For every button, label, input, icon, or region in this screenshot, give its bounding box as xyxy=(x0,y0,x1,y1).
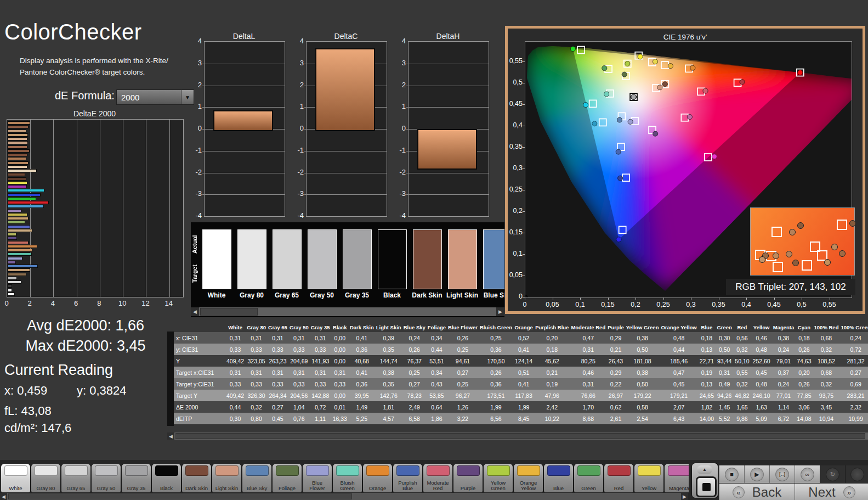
scroll-left-icon[interactable]: ◀ xyxy=(0,493,7,500)
stop-button[interactable]: ■ xyxy=(719,465,744,483)
deltae-bar xyxy=(8,229,32,232)
color-button-white[interactable]: White xyxy=(1,464,30,492)
stop-icon: ■ xyxy=(725,468,739,481)
loop-button[interactable]: ∞ xyxy=(795,465,820,483)
color-button-label: White xyxy=(9,486,22,491)
page-title: ColorChecker xyxy=(4,20,142,44)
color-button-moderate-red[interactable]: Moderate Red xyxy=(423,464,452,492)
x-tick-label: 0 xyxy=(0,299,15,307)
table-cell: 96,27 xyxy=(447,390,479,401)
collapse-up-button[interactable]: ▲ xyxy=(697,465,712,474)
table-cell: 0,31 xyxy=(570,344,606,355)
color-button-orange-yellow[interactable]: Orange Yellow xyxy=(514,464,543,492)
color-button-gray-65[interactable]: Gray 65 xyxy=(61,464,90,492)
color-button-orange[interactable]: Orange xyxy=(363,464,392,492)
color-button-label: Green xyxy=(581,486,595,491)
deltae-chart xyxy=(7,119,184,297)
table-cell: 0,56 xyxy=(733,332,751,344)
strip-swatch-gray-35 xyxy=(343,229,372,289)
refresh-button[interactable]: ↻ xyxy=(820,465,845,483)
strip-swatch-label: Gray 50 xyxy=(303,291,341,299)
table-cell: 8,68 xyxy=(570,413,606,424)
table-scrollbar-thumb[interactable] xyxy=(175,433,865,439)
table-cell: 6,56 xyxy=(479,413,513,424)
table-cell: 0,29 xyxy=(606,367,625,378)
color-button-gray-50[interactable]: Gray 50 xyxy=(92,464,121,492)
table-col-header: 100% Red xyxy=(813,323,840,332)
color-button-dark-skin[interactable]: Dark Skin xyxy=(182,464,211,492)
cie-actual-point xyxy=(631,94,636,99)
table-cell: 0,52 xyxy=(513,332,534,344)
table-cell: 0,27 xyxy=(447,367,479,378)
deltae-bar xyxy=(8,145,27,149)
table-col-header: Blue xyxy=(698,323,716,332)
color-button-purplish-blue[interactable]: Purplish Blue xyxy=(393,464,422,492)
color-chip xyxy=(4,465,27,476)
inset-actual-point xyxy=(849,220,856,227)
de-formula-dropdown[interactable]: 2000 ▼ xyxy=(116,89,194,105)
cie-target-square xyxy=(622,174,629,181)
color-button-gray-80[interactable]: Gray 80 xyxy=(31,464,60,492)
color-button-yellow[interactable]: Yellow xyxy=(634,464,663,492)
cie-x-tick: 0,2 xyxy=(626,301,645,308)
cie-actual-point xyxy=(618,176,623,181)
color-button-blue-sky[interactable]: Blue Sky xyxy=(242,464,271,492)
refresh-icon: ↻ xyxy=(826,468,839,481)
scroll-right-icon[interactable]: ▶ xyxy=(681,493,688,500)
color-button-purple[interactable]: Purple xyxy=(453,464,483,492)
strip-scrollbar-thumb[interactable] xyxy=(200,308,258,316)
toolbar-scrollbar-thumb[interactable] xyxy=(8,493,352,499)
table-col-header: Foliage xyxy=(427,323,447,332)
deltae-bar xyxy=(8,185,27,188)
cie-y-tick: 0,3 xyxy=(508,164,523,172)
deltae-bar xyxy=(8,268,30,272)
color-button-black[interactable]: Black xyxy=(152,464,181,492)
table-cell: 0,20 xyxy=(534,332,570,344)
color-button-red[interactable]: Red xyxy=(604,464,633,492)
colorchecker-window: ColorChecker Display analysis is perform… xyxy=(0,0,868,500)
pattern-widget: ▲ xyxy=(692,463,718,498)
back-button[interactable]: « Back xyxy=(719,484,795,500)
table-cell: 108,52 xyxy=(813,355,840,367)
inset-target-square xyxy=(802,260,812,271)
scroll-left-icon[interactable]: ◀ xyxy=(167,432,174,440)
strip-scrollbar[interactable]: ◀ ▶ xyxy=(191,307,504,316)
color-button-magenta[interactable]: Magenta xyxy=(665,464,689,492)
table-cell: 0,34 xyxy=(427,367,447,378)
color-button-label: Yellow xyxy=(642,486,656,491)
color-button-light-skin[interactable]: Light Skin xyxy=(212,464,241,492)
play-button[interactable]: ▶ xyxy=(744,465,769,483)
table-cell: 94,61 xyxy=(447,355,479,367)
table-cell: 0,24 xyxy=(772,378,796,390)
inset-target-square xyxy=(773,262,783,272)
table-cell: 0,31 xyxy=(288,367,310,378)
deltae-bar xyxy=(8,217,29,220)
color-button-bluish-green[interactable]: Bluish Green xyxy=(333,464,362,492)
toolbar-scrollbar[interactable]: ◀ ▶ xyxy=(0,493,688,500)
step-button[interactable]: [‥] xyxy=(769,465,795,483)
deltae-bar xyxy=(8,257,22,260)
color-button-green[interactable]: Green xyxy=(574,464,603,492)
color-button-gray-35[interactable]: Gray 35 xyxy=(122,464,151,492)
y-tick-label: -2 xyxy=(188,168,202,176)
cie-actual-point xyxy=(798,70,803,75)
table-cell: 10,94 xyxy=(813,413,840,424)
table-cell: 93,44 xyxy=(716,355,733,367)
scroll-right-icon[interactable]: ▶ xyxy=(496,307,504,316)
color-button-yellow-green[interactable]: Yellow Green xyxy=(484,464,513,492)
table-cell: 77,85 xyxy=(795,390,813,401)
next-button[interactable]: Next » xyxy=(795,484,868,500)
table-row: x: CIE310,310,310,310,310,310,000,410,39… xyxy=(167,332,868,344)
scroll-left-icon[interactable]: ◀ xyxy=(191,307,199,316)
y-tick-label: 4 xyxy=(188,37,202,45)
color-button-label: Purple xyxy=(461,486,475,491)
cie-actual-point xyxy=(602,66,607,71)
color-button-blue[interactable]: Blue xyxy=(544,464,573,492)
color-button-foliage[interactable]: Foliage xyxy=(273,464,302,492)
color-button-blue-flower[interactable]: Blue Flower xyxy=(303,464,332,492)
table-scrollbar[interactable]: ◀ xyxy=(167,432,868,440)
pattern-window-button[interactable] xyxy=(696,476,717,497)
table-row-label: y: CIE31 xyxy=(167,344,225,355)
table-col-header: Gray 65 xyxy=(267,323,288,332)
chevron-right-icon: » xyxy=(843,486,855,498)
